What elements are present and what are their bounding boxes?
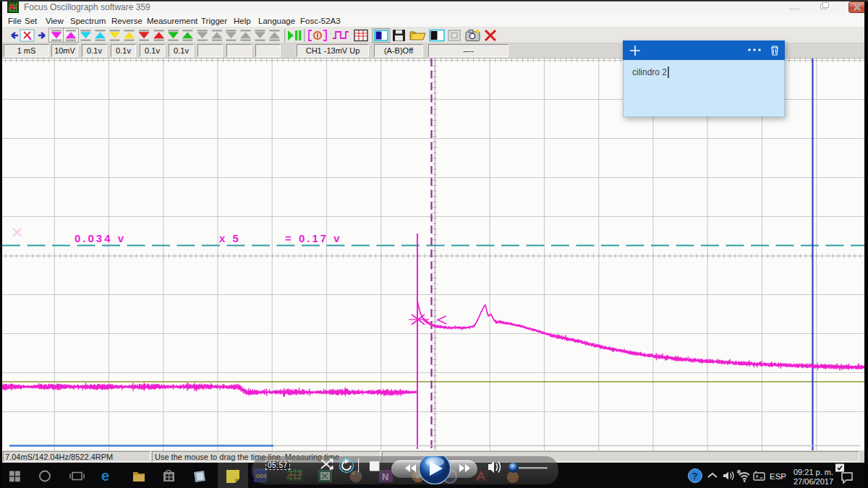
svg-text:e: e [101, 468, 109, 484]
svg-text:ESP: ESP [770, 472, 786, 481]
svg-text:09:21 p. m.: 09:21 p. m. [793, 468, 833, 476]
svg-text:27/06/2017: 27/06/2017 [793, 477, 833, 486]
svg-text:?: ? [692, 471, 698, 481]
svg-text:0.034 v: 0.034 v [75, 232, 126, 244]
svg-text:= 0.17 v: = 0.17 v [285, 232, 342, 244]
svg-text:x 5: x 5 [219, 232, 241, 244]
